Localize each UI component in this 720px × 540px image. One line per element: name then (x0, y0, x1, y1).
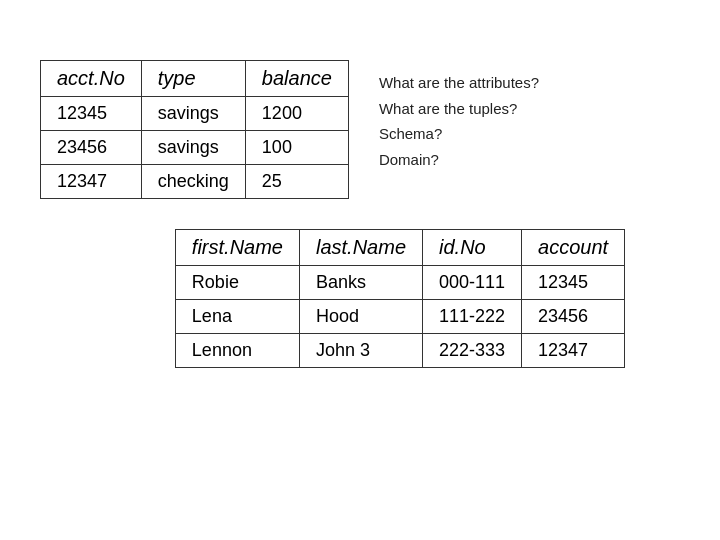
bottom-table-header: first.Name (175, 230, 299, 266)
table-cell: 12345 (41, 97, 142, 131)
table-row: LenaHood111-22223456 (175, 300, 624, 334)
side-text-line: Domain? (379, 147, 539, 173)
table-row: 23456savings100 (41, 131, 349, 165)
top-table-header: acct.No (41, 61, 142, 97)
table-cell: 222-333 (423, 334, 522, 368)
table-cell: 12345 (522, 266, 625, 300)
table-cell: Robie (175, 266, 299, 300)
bottom-table-wrapper: first.Namelast.Nameid.Noaccount RobieBan… (175, 229, 625, 368)
table-cell: checking (141, 165, 245, 199)
table-cell: 1200 (245, 97, 348, 131)
side-text: What are the attributes?What are the tup… (379, 60, 539, 172)
bottom-table-header: last.Name (299, 230, 422, 266)
table-cell: 100 (245, 131, 348, 165)
table-cell: 111-222 (423, 300, 522, 334)
table-cell: savings (141, 97, 245, 131)
top-section: acct.Notypebalance 12345savings120023456… (40, 60, 680, 199)
top-table-header: balance (245, 61, 348, 97)
table-cell: 23456 (41, 131, 142, 165)
table-cell: Lena (175, 300, 299, 334)
top-table-header: type (141, 61, 245, 97)
side-text-line: What are the tuples? (379, 96, 539, 122)
table-cell: Lennon (175, 334, 299, 368)
table-cell: Hood (299, 300, 422, 334)
table-cell: Banks (299, 266, 422, 300)
bottom-table-header: id.No (423, 230, 522, 266)
bottom-table: first.Namelast.Nameid.Noaccount RobieBan… (175, 229, 625, 368)
top-table-wrapper: acct.Notypebalance 12345savings120023456… (40, 60, 349, 199)
bottom-table-header-row: first.Namelast.Nameid.Noaccount (175, 230, 624, 266)
table-cell: savings (141, 131, 245, 165)
table-cell: 12347 (41, 165, 142, 199)
table-row: LennonJohn 3222-33312347 (175, 334, 624, 368)
table-cell: John 3 (299, 334, 422, 368)
top-table-header-row: acct.Notypebalance (41, 61, 349, 97)
bottom-section: first.Namelast.Nameid.Noaccount RobieBan… (40, 229, 680, 368)
table-row: 12347checking25 (41, 165, 349, 199)
side-text-line: What are the attributes? (379, 70, 539, 96)
table-cell: 000-111 (423, 266, 522, 300)
side-text-line: Schema? (379, 121, 539, 147)
table-cell: 23456 (522, 300, 625, 334)
table-row: 12345savings1200 (41, 97, 349, 131)
bottom-table-header: account (522, 230, 625, 266)
top-table: acct.Notypebalance 12345savings120023456… (40, 60, 349, 199)
table-cell: 25 (245, 165, 348, 199)
table-cell: 12347 (522, 334, 625, 368)
table-row: RobieBanks000-11112345 (175, 266, 624, 300)
